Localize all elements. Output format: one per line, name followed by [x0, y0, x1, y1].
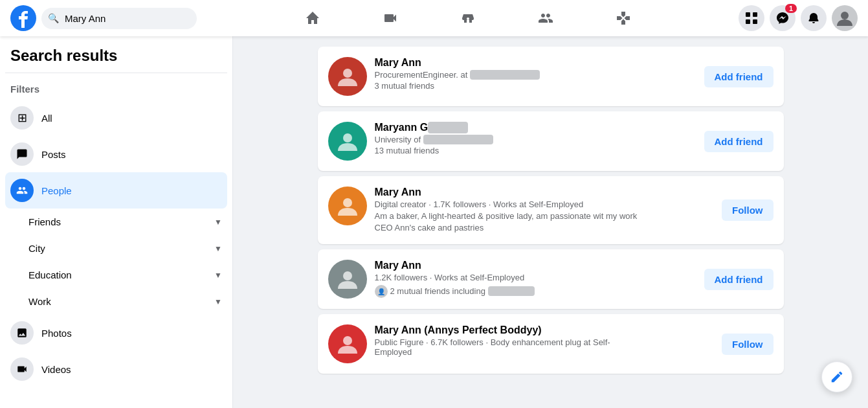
friends-nav-button[interactable] — [509, 3, 582, 34]
results-list: Mary Ann ProcurementEngineer. at 3 mutua… — [318, 47, 784, 374]
filter-friends-label: Friends — [28, 216, 61, 227]
messenger-button[interactable]: 1 — [770, 5, 796, 31]
svg-point-9 — [343, 271, 352, 280]
result-sub-4: 1.2K followers · Works at Self-Employed — [375, 273, 647, 282]
sidebar-item-people[interactable]: People — [5, 172, 227, 209]
sidebar-item-photos-label: Photos — [41, 328, 72, 339]
mutual-row-4: 👤 2 mutual friends including — [375, 285, 696, 298]
top-nav: 🔍 1 — [0, 0, 868, 36]
search-input[interactable] — [41, 8, 197, 29]
grid-icon — [745, 12, 758, 25]
result-sub-5: Public Figure · 6.7K followers · Body en… — [375, 337, 647, 357]
marketplace-icon — [460, 10, 476, 26]
sidebar-item-people-label: People — [41, 185, 72, 196]
chevron-down-icon: ▼ — [214, 271, 222, 280]
watch-nav-button[interactable] — [354, 3, 427, 34]
result-card-4: Mary Ann 1.2K followers · Works at Self-… — [318, 249, 784, 309]
search-results-content: Mary Ann ProcurementEngineer. at 3 mutua… — [233, 36, 868, 408]
result-desc-3: Am a baker, A light-hearted & positive l… — [375, 210, 647, 234]
search-icon: 🔍 — [48, 13, 59, 23]
svg-point-8 — [343, 198, 352, 207]
add-friend-button-1[interactable]: Add friend — [704, 66, 773, 87]
result-sub-1: ProcurementEngineer. at — [375, 70, 647, 80]
result-card-5: Mary Ann (Annys Perfect Boddyy) Public F… — [318, 314, 784, 374]
videos-icon — [10, 357, 34, 381]
result-action-4: Add friend — [704, 269, 773, 290]
video-icon — [383, 10, 398, 26]
filter-work[interactable]: Work ▼ — [5, 288, 227, 315]
gaming-nav-button[interactable] — [587, 3, 660, 34]
chevron-down-icon: ▼ — [214, 218, 222, 227]
follow-button-3[interactable]: Follow — [722, 199, 773, 221]
facebook-logo — [10, 5, 36, 31]
avatar-5[interactable] — [328, 324, 367, 363]
sidebar-item-posts-label: Posts — [41, 149, 66, 160]
friends-icon — [538, 10, 553, 26]
compose-icon — [830, 370, 844, 384]
blurred-uni-2 — [423, 135, 493, 144]
nav-center — [197, 3, 739, 34]
nav-left: 🔍 — [10, 5, 197, 31]
svg-point-5 — [841, 12, 849, 19]
messenger-badge: 1 — [785, 4, 797, 13]
add-friend-button-4[interactable]: Add friend — [704, 269, 773, 290]
gaming-icon — [616, 10, 631, 26]
result-action-2: Add friend — [704, 131, 773, 152]
result-action-1: Add friend — [704, 66, 773, 87]
all-icon: ⊞ — [10, 106, 34, 130]
sidebar-item-all[interactable]: ⊞ All — [5, 100, 227, 136]
result-name-5: Mary Ann (Annys Perfect Boddyy) — [375, 324, 715, 336]
add-friend-button-2[interactable]: Add friend — [704, 131, 773, 152]
svg-rect-1 — [746, 12, 750, 17]
home-icon — [305, 10, 320, 26]
filter-education[interactable]: Education ▼ — [5, 262, 227, 288]
mutual-avatar-4: 👤 — [375, 285, 388, 298]
notifications-button[interactable] — [801, 5, 827, 31]
sidebar-item-videos-label: Videos — [41, 364, 71, 375]
blurred-name-2 — [428, 122, 468, 133]
follow-button-5[interactable]: Follow — [722, 334, 773, 355]
nav-right: 1 — [739, 5, 858, 31]
sidebar-item-posts[interactable]: Posts — [5, 136, 227, 172]
svg-point-7 — [343, 133, 352, 142]
avatar-1[interactable] — [328, 57, 367, 96]
chevron-down-icon: ▼ — [214, 297, 222, 306]
result-card-2: Maryann G University of 13 mutual friend… — [318, 111, 784, 171]
profile-avatar[interactable] — [832, 5, 858, 31]
filter-city[interactable]: City ▼ — [5, 235, 227, 262]
svg-rect-4 — [753, 19, 757, 24]
avatar-4[interactable] — [328, 260, 367, 299]
avatar-2[interactable] — [328, 122, 367, 161]
result-action-5: Follow — [722, 334, 773, 355]
sidebar-item-all-label: All — [41, 113, 52, 124]
result-card-3: Mary Ann Digital creator · 1.7K follower… — [318, 176, 784, 244]
home-nav-button[interactable] — [276, 3, 349, 34]
result-action-3: Follow — [722, 199, 773, 221]
posts-icon — [10, 142, 34, 166]
main-layout: Search results Filters ⊞ All Posts Peopl… — [0, 36, 868, 408]
result-name-1: Mary Ann — [375, 57, 696, 69]
blurred-mutual-4 — [488, 286, 535, 296]
result-info-5: Mary Ann (Annys Perfect Boddyy) Public F… — [375, 324, 715, 358]
result-name-2: Maryann G — [375, 122, 696, 133]
sidebar-item-photos[interactable]: Photos — [5, 315, 227, 351]
mutual-text-4: 2 mutual friends including — [390, 286, 535, 296]
avatar-3[interactable] — [328, 187, 367, 225]
new-message-button[interactable] — [821, 361, 852, 392]
result-mutual-1: 3 mutual friends — [375, 81, 647, 91]
search-results-title: Search results — [5, 47, 227, 73]
svg-point-6 — [343, 69, 352, 78]
svg-point-10 — [343, 336, 352, 345]
result-info-3: Mary Ann Digital creator · 1.7K follower… — [375, 187, 715, 234]
grid-menu-button[interactable] — [739, 5, 764, 31]
filter-friends[interactable]: Friends ▼ — [5, 209, 227, 235]
result-card-1: Mary Ann ProcurementEngineer. at 3 mutua… — [318, 47, 784, 106]
blurred-company-1 — [470, 70, 540, 80]
user-avatar-icon — [836, 9, 854, 27]
marketplace-nav-button[interactable] — [432, 3, 504, 34]
filter-work-label: Work — [28, 296, 51, 307]
chevron-down-icon: ▼ — [214, 244, 222, 253]
result-info-1: Mary Ann ProcurementEngineer. at 3 mutua… — [375, 57, 696, 92]
filter-education-label: Education — [28, 269, 72, 280]
sidebar-item-videos[interactable]: Videos — [5, 351, 227, 387]
